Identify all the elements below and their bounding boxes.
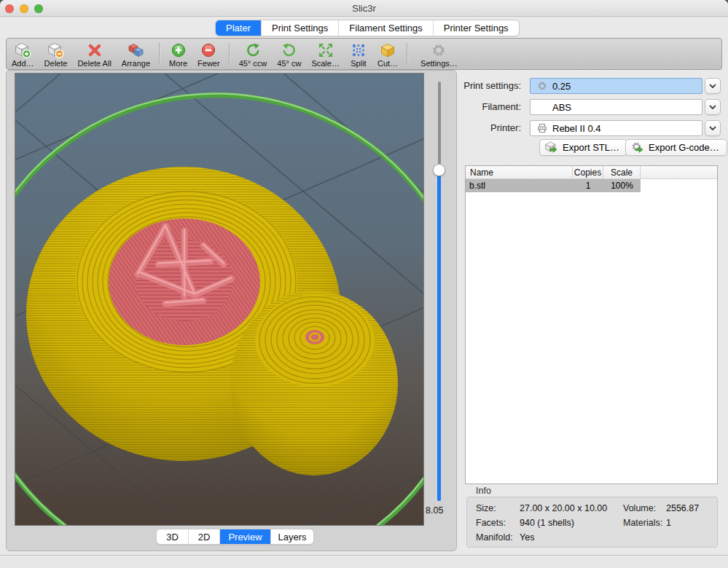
rotate-ccw-button-label: 45° ccw: [239, 59, 267, 68]
info-section-title: Info: [476, 486, 491, 496]
model-small-dome: [230, 291, 398, 476]
export-stl-icon: [544, 141, 559, 155]
print-settings-select[interactable]: 0.25: [530, 78, 702, 94]
manifold-label: Manifold:: [476, 532, 513, 543]
tab-layers[interactable]: Layers: [271, 529, 313, 544]
rotate-ccw-icon: [244, 42, 262, 59]
export-stl-button[interactable]: Export STL…: [539, 139, 627, 156]
chevron-down-icon: [708, 102, 718, 112]
add-button-label: Add…: [12, 59, 34, 68]
print-settings-value: 0.25: [552, 81, 571, 92]
table-row[interactable]: b.stl 1 100%: [466, 179, 641, 192]
window-title: Slic3r: [0, 3, 728, 14]
main-tab-bar: Plater Print Settings Filament Settings …: [215, 20, 520, 36]
info-panel: Size: 27.00 x 20.00 x 10.00 Volume: 2556…: [466, 497, 718, 548]
settings-button[interactable]: Settings…: [412, 41, 463, 68]
chevron-down-icon: [708, 123, 718, 133]
column-header-scale: Scale: [603, 166, 641, 178]
fewer-icon: [200, 42, 217, 59]
preview-3d-canvas[interactable]: [15, 73, 424, 526]
fewer-button[interactable]: Fewer: [192, 41, 225, 68]
size-value: 27.00 x 20.00 x 10.00: [520, 503, 607, 513]
add-box-icon: [14, 42, 31, 59]
chevron-down-icon: [708, 81, 718, 91]
export-stl-label: Export STL…: [563, 142, 619, 153]
fewer-button-label: Fewer: [197, 59, 220, 68]
column-header-filler: [641, 166, 717, 178]
printer-icon: [536, 122, 549, 134]
delete-box-icon: [47, 42, 64, 59]
delete-all-icon: [86, 42, 103, 59]
rotate-cw-button[interactable]: 45° cw: [272, 41, 306, 68]
settings-button-label: Settings…: [420, 59, 458, 68]
add-button[interactable]: Add…: [7, 41, 39, 68]
toolbar-separator: [159, 43, 160, 65]
cut-button-label: Cut…: [377, 59, 398, 68]
print-settings-label: Print settings:: [441, 80, 521, 91]
arrange-button[interactable]: Arrange: [117, 41, 155, 68]
tab-printer-settings[interactable]: Printer Settings: [434, 20, 519, 36]
layer-slider-thumb[interactable]: [433, 164, 445, 176]
filament-label: Filament:: [441, 101, 521, 112]
more-button[interactable]: More: [164, 41, 192, 68]
filament-value: ABS: [552, 102, 571, 113]
tab-2d[interactable]: 2D: [189, 529, 220, 544]
facets-label: Facets:: [476, 518, 506, 528]
materials-value: 1: [666, 518, 671, 528]
printer-value: Rebel II 0.4: [552, 123, 601, 134]
delete-all-button-label: Delete All: [77, 59, 111, 68]
size-label: Size:: [476, 503, 496, 513]
filament-select[interactable]: ABS: [530, 99, 702, 115]
statusbar: [0, 556, 728, 568]
layer-slider-track-filled: [437, 170, 441, 501]
cut-button[interactable]: Cut…: [372, 41, 403, 68]
printer-label: Printer:: [441, 122, 521, 133]
export-gcode-button[interactable]: Export G-code…: [625, 139, 727, 156]
arrange-button-label: Arrange: [122, 59, 150, 68]
scale-button-label: Scale…: [311, 59, 340, 68]
manifold-value: Yes: [520, 532, 534, 543]
titlebar: Slic3r: [0, 0, 728, 17]
tab-print-settings[interactable]: Print Settings: [262, 20, 339, 36]
column-header-name: Name: [466, 166, 573, 178]
objects-table: Name Copies Scale b.stl 1 100%: [465, 165, 718, 484]
gear-icon: [536, 80, 549, 92]
scale-button[interactable]: Scale…: [306, 41, 345, 68]
more-icon: [170, 42, 187, 59]
tab-3d[interactable]: 3D: [157, 529, 189, 544]
tab-filament-settings[interactable]: Filament Settings: [339, 20, 433, 36]
layer-slider-value: 8.05: [426, 505, 458, 516]
export-gcode-label: Export G-code…: [649, 142, 719, 153]
rotate-cw-button-label: 45° cw: [277, 59, 301, 68]
icon-spacer: [536, 101, 549, 113]
split-button[interactable]: Split: [345, 41, 372, 68]
cell-scale: 100%: [603, 181, 641, 191]
filament-dropdown-button[interactable]: [705, 99, 721, 115]
cell-copies: 1: [573, 181, 603, 191]
cut-icon: [379, 42, 396, 59]
delete-button[interactable]: Delete: [39, 41, 73, 68]
volume-label: Volume:: [623, 503, 656, 513]
tab-plater[interactable]: Plater: [216, 20, 262, 36]
app-window: Slic3r Plater Print Settings Filament Se…: [0, 0, 728, 568]
split-icon: [350, 42, 367, 59]
cell-name: b.stl: [466, 181, 573, 191]
arrange-icon: [127, 42, 144, 59]
materials-label: Materials:: [623, 518, 662, 528]
settings-gear-icon: [430, 42, 447, 59]
toolbar-separator: [407, 43, 408, 65]
rotate-cw-icon: [281, 42, 298, 59]
column-header-copies: Copies: [573, 166, 603, 178]
toolbar-separator: [229, 43, 230, 65]
volume-value: 2556.87: [666, 503, 699, 513]
delete-all-button[interactable]: Delete All: [72, 41, 116, 68]
toolbar: Add… Delete Delete All: [6, 38, 722, 70]
printer-dropdown-button[interactable]: [705, 120, 721, 136]
export-gcode-icon: [630, 141, 645, 155]
view-mode-tab-bar: 3D 2D Preview Layers: [156, 529, 314, 545]
printer-select[interactable]: Rebel II 0.4: [530, 120, 702, 136]
tab-preview[interactable]: Preview: [220, 529, 271, 544]
scale-icon: [317, 42, 334, 59]
rotate-ccw-button[interactable]: 45° ccw: [234, 41, 273, 68]
print-settings-dropdown-button[interactable]: [705, 78, 721, 94]
